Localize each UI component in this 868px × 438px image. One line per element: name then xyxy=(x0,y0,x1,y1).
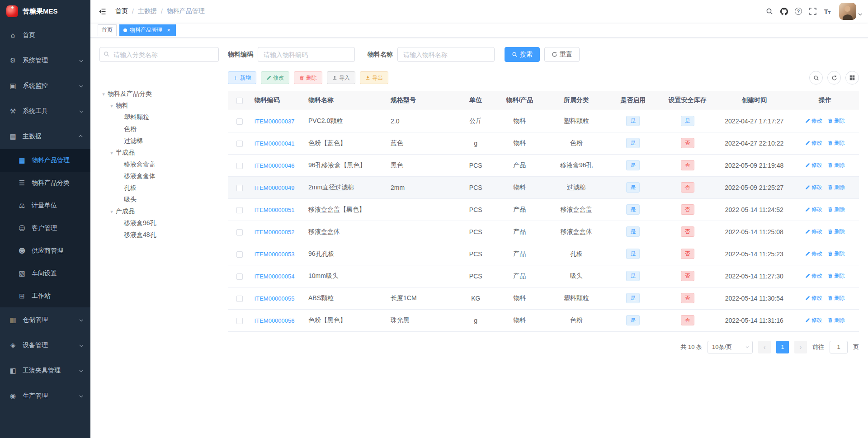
row-edit-button[interactable]: 修改 xyxy=(805,139,822,147)
table-row[interactable]: ITEM000000492mm直径过滤棉2mmPCS物料过滤棉是否2022-05… xyxy=(228,176,859,198)
next-page-button[interactable]: › xyxy=(794,341,807,353)
search-button[interactable]: 搜索 xyxy=(505,47,540,62)
row-checkbox[interactable] xyxy=(236,251,243,258)
row-edit-button[interactable]: 修改 xyxy=(805,250,822,258)
table-row[interactable]: ITEM00000056色粉【黑色】珠光黑g物料色粉是否2022-05-14 1… xyxy=(228,309,859,331)
tree-node[interactable]: 吸头 xyxy=(99,194,219,206)
sidebar-item-system[interactable]: ⚙系统管理 xyxy=(0,48,90,73)
category-search-input[interactable] xyxy=(99,47,219,62)
row-checkbox[interactable] xyxy=(236,118,243,125)
edit-button[interactable]: 修改 xyxy=(261,71,289,84)
table-row[interactable]: ITEM0000005396孔孔板PCS产品孔板是否2022-05-14 11:… xyxy=(228,243,859,265)
row-delete-button[interactable]: 删除 xyxy=(828,184,845,191)
sidebar-item-material-manage[interactable]: ▦物料产品管理 xyxy=(0,149,90,172)
item-code-link[interactable]: ITEM00000051 xyxy=(255,207,295,213)
sidebar-item-workstation[interactable]: ⊞工作站 xyxy=(0,285,90,307)
font-size-icon[interactable]: TT xyxy=(820,0,835,23)
row-checkbox[interactable] xyxy=(236,273,243,280)
reset-button[interactable]: 重置 xyxy=(544,47,580,62)
refresh-table-button[interactable] xyxy=(827,71,841,85)
row-checkbox[interactable] xyxy=(236,163,243,169)
row-delete-button[interactable]: 删除 xyxy=(828,272,845,280)
import-button[interactable]: 导入 xyxy=(327,71,355,84)
sidebar-item-equipment[interactable]: ◈设备管理 xyxy=(0,333,90,358)
sidebar-item-tools[interactable]: ⚒系统工具 xyxy=(0,99,90,124)
close-tab-icon[interactable]: × xyxy=(165,27,172,33)
sidebar-item-monitor[interactable]: ▣系统监控 xyxy=(0,73,90,99)
tree-node[interactable]: 过滤棉 xyxy=(99,135,219,147)
prev-page-button[interactable]: ‹ xyxy=(758,341,771,353)
item-code-link[interactable]: ITEM00000037 xyxy=(255,118,295,125)
select-all-checkbox[interactable] xyxy=(236,98,243,104)
tree-node[interactable]: 塑料颗粒 xyxy=(99,112,219,123)
caret-down-icon[interactable]: ▾ xyxy=(108,103,116,109)
user-menu[interactable] xyxy=(839,3,862,20)
table-row[interactable]: ITEM00000041色粉【蓝色】蓝色g物料色粉是否2022-04-27 22… xyxy=(228,132,859,154)
fullscreen-icon[interactable] xyxy=(806,0,820,23)
row-delete-button[interactable]: 删除 xyxy=(828,161,845,169)
breadcrumb-master-data[interactable]: 主数据 xyxy=(138,7,157,15)
item-code-link[interactable]: ITEM00000041 xyxy=(255,140,295,147)
breadcrumb-home[interactable]: 首页 xyxy=(115,7,128,15)
page-1-button[interactable]: 1 xyxy=(776,341,789,353)
sidebar-item-master-data[interactable]: ▤主数据 xyxy=(0,124,90,149)
table-row[interactable]: ITEM00000037PVC2.0颗粒2.0公斤物料塑料颗粒是是2022-04… xyxy=(228,110,859,132)
tab-0[interactable]: 首页 xyxy=(98,24,117,36)
item-code-link[interactable]: ITEM00000056 xyxy=(255,317,295,324)
columns-button[interactable] xyxy=(845,71,859,85)
tree-node[interactable]: 移液盒96孔 xyxy=(99,217,219,229)
item-name-input[interactable] xyxy=(397,47,495,62)
tree-node[interactable]: 孔板 xyxy=(99,182,219,194)
sidebar-item-material-category[interactable]: ☰物料产品分类 xyxy=(0,172,90,194)
tree-node[interactable]: 移液盒盒体 xyxy=(99,170,219,182)
row-checkbox[interactable] xyxy=(236,296,243,302)
item-code-link[interactable]: ITEM00000055 xyxy=(255,295,295,302)
help-icon[interactable]: ? xyxy=(791,0,806,23)
table-row[interactable]: ITEM00000051移液盒盒盖【黑色】PCS产品移液盒盒盖是否2022-05… xyxy=(228,198,859,221)
tree-node[interactable]: ▾半成品 xyxy=(99,147,219,159)
table-row[interactable]: ITEM00000055ABS颗粒长度1CMKG物料塑料颗粒是否2022-05-… xyxy=(228,287,859,309)
sidebar-item-production[interactable]: ◉生产管理 xyxy=(0,383,90,409)
row-edit-button[interactable]: 修改 xyxy=(805,184,822,191)
item-code-link[interactable]: ITEM00000049 xyxy=(255,184,295,191)
add-button[interactable]: 新增 xyxy=(228,71,256,84)
row-edit-button[interactable]: 修改 xyxy=(805,316,822,324)
tree-node[interactable]: 移液盒盒盖 xyxy=(99,159,219,170)
row-delete-button[interactable]: 删除 xyxy=(828,250,845,258)
tree-node[interactable]: ▾物料及产品分类 xyxy=(99,88,219,100)
item-code-link[interactable]: ITEM00000052 xyxy=(255,229,295,235)
row-edit-button[interactable]: 修改 xyxy=(805,272,822,280)
goto-page-input[interactable] xyxy=(830,341,848,353)
row-delete-button[interactable]: 删除 xyxy=(828,294,845,302)
row-edit-button[interactable]: 修改 xyxy=(805,228,822,235)
row-checkbox[interactable] xyxy=(236,185,243,191)
export-button[interactable]: 导出 xyxy=(360,71,388,84)
sidebar-item-supplier[interactable]: ☻供应商管理 xyxy=(0,240,90,262)
sidebar-item-customer[interactable]: ☺客户管理 xyxy=(0,217,90,240)
search-icon[interactable] xyxy=(762,0,777,23)
table-row[interactable]: ITEM0000005410mm吸头PCS产品吸头是否2022-05-14 11… xyxy=(228,265,859,287)
sidebar-item-fixture[interactable]: ◧工装夹具管理 xyxy=(0,358,90,383)
row-edit-button[interactable]: 修改 xyxy=(805,206,822,213)
row-delete-button[interactable]: 删除 xyxy=(828,316,845,324)
sidebar-item-measure-unit[interactable]: ⚖计量单位 xyxy=(0,194,90,217)
delete-button[interactable]: 删除 xyxy=(294,71,322,84)
row-edit-button[interactable]: 修改 xyxy=(805,294,822,302)
caret-down-icon[interactable]: ▾ xyxy=(108,150,116,156)
github-icon[interactable] xyxy=(777,0,791,23)
tree-node[interactable]: 移液盒48孔 xyxy=(99,229,219,241)
row-checkbox[interactable] xyxy=(236,318,243,324)
sidebar-toggle-icon[interactable] xyxy=(95,0,110,23)
page-size-select[interactable]: 10条/页 xyxy=(708,341,753,353)
table-row[interactable]: ITEM0000004696孔移液盒【黑色】黑色PCS产品移液盒96孔是否202… xyxy=(228,154,859,176)
item-code-link[interactable]: ITEM00000054 xyxy=(255,273,295,280)
tree-node[interactable]: ▾产成品 xyxy=(99,206,219,217)
caret-down-icon[interactable]: ▾ xyxy=(108,209,116,215)
tree-node[interactable]: ▾物料 xyxy=(99,100,219,112)
toggle-search-button[interactable] xyxy=(809,71,823,85)
app-logo[interactable]: 苦糖果MES xyxy=(0,0,90,23)
item-code-link[interactable]: ITEM00000053 xyxy=(255,251,295,258)
row-delete-button[interactable]: 删除 xyxy=(828,139,845,147)
caret-down-icon[interactable]: ▾ xyxy=(99,91,108,97)
row-edit-button[interactable]: 修改 xyxy=(805,161,822,169)
